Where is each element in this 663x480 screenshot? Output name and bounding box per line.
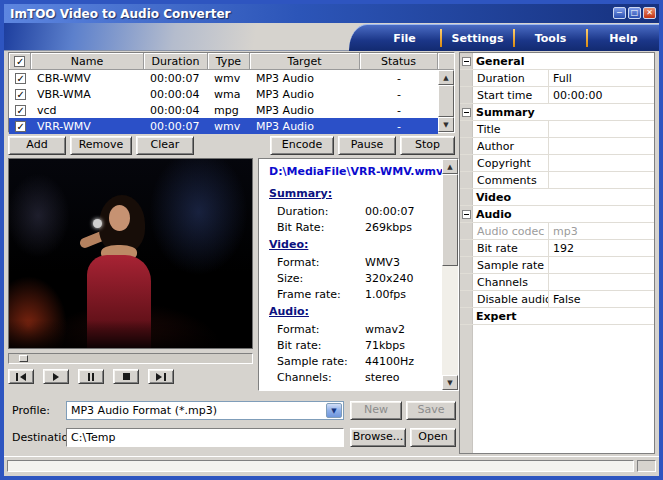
menu-help[interactable]: Help xyxy=(588,25,659,51)
status-grip[interactable] xyxy=(637,460,656,472)
close-icon[interactable] xyxy=(643,7,656,19)
property-group[interactable]: Audio xyxy=(460,206,654,223)
pause-playback-button[interactable] xyxy=(78,369,104,384)
collapse-toggle[interactable] xyxy=(460,104,473,120)
seek-bar[interactable] xyxy=(8,353,253,364)
property-row[interactable]: Audio codec mp3 xyxy=(460,223,654,240)
file-list-scrollbar[interactable] xyxy=(438,70,454,132)
property-row[interactable]: Sample rate xyxy=(460,257,654,274)
scroll-up-icon[interactable] xyxy=(438,70,454,85)
scroll-down-icon[interactable] xyxy=(438,117,454,132)
info-label: Bit rate: xyxy=(269,339,365,352)
column-header-type[interactable]: Type xyxy=(208,53,250,70)
collapse-minus-icon[interactable] xyxy=(462,108,471,117)
goto-end-button[interactable] xyxy=(148,369,174,384)
property-row[interactable]: Author xyxy=(460,138,654,155)
property-group[interactable]: Expert xyxy=(460,308,654,325)
property-group[interactable]: Summary xyxy=(460,104,654,121)
property-value[interactable]: False xyxy=(549,291,654,307)
property-value[interactable] xyxy=(549,274,654,290)
save-profile-button[interactable]: Save xyxy=(406,401,456,420)
row-checkbox[interactable] xyxy=(15,121,26,132)
file-duration: 00:00:04 xyxy=(144,104,208,117)
video-preview xyxy=(8,158,253,349)
chevron-down-icon[interactable] xyxy=(326,403,342,418)
column-header-duration[interactable]: Duration xyxy=(144,53,208,70)
open-button[interactable]: Open xyxy=(410,428,456,447)
property-row[interactable]: Comments xyxy=(460,172,654,189)
pause-button[interactable]: Pause xyxy=(338,136,396,155)
title-bar[interactable]: ImTOO Video to Audio Converter xyxy=(4,4,659,23)
scrollbar-thumb[interactable] xyxy=(438,85,454,117)
seek-thumb[interactable] xyxy=(19,355,28,362)
menu-file[interactable]: File xyxy=(369,25,440,51)
stop-button[interactable]: Stop xyxy=(400,136,455,155)
property-row[interactable]: Start time 00:00:00 xyxy=(460,87,654,104)
destination-input[interactable] xyxy=(66,428,344,447)
property-group[interactable]: Video xyxy=(460,189,654,206)
property-value[interactable] xyxy=(549,155,654,171)
row-gutter xyxy=(460,155,473,171)
property-value[interactable] xyxy=(549,172,654,188)
collapse-minus-icon[interactable] xyxy=(462,210,471,219)
file-row[interactable]: vcd 00:00:04 mpg MP3 Audio - xyxy=(9,102,438,118)
menu-settings[interactable]: Settings xyxy=(442,25,513,51)
property-value[interactable] xyxy=(549,138,654,154)
profile-select[interactable]: MP3 Audio Format (*.mp3) xyxy=(66,401,344,420)
file-row[interactable]: CBR-WMV 00:00:07 wmv MP3 Audio - xyxy=(9,70,438,86)
collapse-toggle[interactable] xyxy=(460,206,473,222)
minimize-icon[interactable] xyxy=(613,7,626,19)
property-row[interactable]: Title xyxy=(460,121,654,138)
column-header-target[interactable]: Target xyxy=(250,53,360,70)
stop-playback-button[interactable] xyxy=(113,369,139,384)
scroll-up-icon[interactable] xyxy=(442,159,458,174)
property-value[interactable] xyxy=(549,257,654,273)
select-all-checkbox[interactable] xyxy=(14,56,25,67)
property-row[interactable]: Duration Full xyxy=(460,70,654,87)
file-name: CBR-WMV xyxy=(31,72,144,85)
collapse-toggle[interactable] xyxy=(460,53,473,69)
scroll-down-icon[interactable] xyxy=(442,375,458,390)
property-value[interactable] xyxy=(549,121,654,137)
property-value[interactable]: 192 xyxy=(549,240,654,256)
property-group[interactable]: General xyxy=(460,53,654,70)
menu-tools[interactable]: Tools xyxy=(515,25,586,51)
column-header-name[interactable]: Name xyxy=(31,53,144,70)
clear-button[interactable]: Clear xyxy=(136,136,194,155)
row-checkbox[interactable] xyxy=(15,89,26,100)
property-row[interactable]: Copyright xyxy=(460,155,654,172)
info-summary-heading: Summary: xyxy=(269,187,442,200)
property-row[interactable]: Disable audio False xyxy=(460,291,654,308)
file-row-selected[interactable]: VRR-WMV 00:00:07 wmv MP3 Audio - xyxy=(9,118,438,134)
property-label: Bit rate xyxy=(473,240,549,256)
info-value: wmav2 xyxy=(365,323,405,336)
property-value[interactable]: Full xyxy=(549,70,654,86)
file-target: MP3 Audio xyxy=(250,88,360,101)
property-row[interactable]: Bit rate 192 xyxy=(460,240,654,257)
browse-button[interactable]: Browse... xyxy=(350,428,406,447)
row-checkbox[interactable] xyxy=(15,73,26,84)
maximize-icon[interactable] xyxy=(628,7,641,19)
add-button[interactable]: Add xyxy=(8,136,66,155)
info-label: Format: xyxy=(269,323,365,336)
info-video-heading: Video: xyxy=(269,238,442,251)
status-bar xyxy=(4,456,659,474)
info-audio-heading: Audio: xyxy=(269,305,442,318)
encode-button[interactable]: Encode xyxy=(270,136,334,155)
column-header-status[interactable]: Status xyxy=(360,53,438,70)
new-profile-button[interactable]: New xyxy=(350,401,402,420)
goto-start-button[interactable] xyxy=(8,369,34,384)
collapse-minus-icon[interactable] xyxy=(462,57,471,66)
file-status: - xyxy=(360,104,438,117)
play-button[interactable] xyxy=(43,369,69,384)
info-scrollbar[interactable] xyxy=(442,159,458,390)
file-type: wma xyxy=(208,88,250,101)
property-row[interactable]: Channels xyxy=(460,274,654,291)
scrollbar-thumb[interactable] xyxy=(442,174,458,266)
file-row[interactable]: VBR-WMA 00:00:04 wma MP3 Audio - xyxy=(9,86,438,102)
row-checkbox[interactable] xyxy=(15,105,26,116)
remove-button[interactable]: Remove xyxy=(70,136,132,155)
property-value[interactable]: 00:00:00 xyxy=(549,87,654,103)
row-gutter xyxy=(460,70,473,86)
file-target: MP3 Audio xyxy=(250,120,360,133)
